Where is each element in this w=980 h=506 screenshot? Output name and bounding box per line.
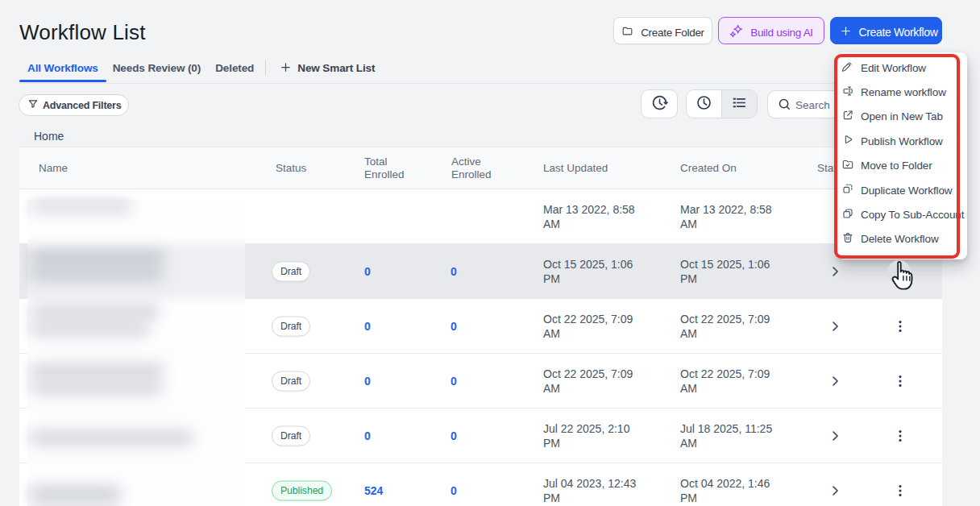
folder-icon: [621, 25, 633, 37]
workflow-list-page: Workflow List Create Folder Build using …: [0, 0, 980, 506]
menu-item-duplicate-workflow[interactable]: Duplicate Workflow: [837, 178, 967, 202]
created-on-cell: Oct 15 2025, 1:06 PM: [680, 257, 786, 286]
expand-chevron-icon[interactable]: [828, 375, 841, 388]
table-row[interactable]: Draft00Oct 15 2025, 1:06 PMOct 15 2025, …: [19, 244, 942, 299]
created-on-cell: Jul 18 2025, 11:25 AM: [680, 421, 786, 450]
status-badge: Draft: [272, 261, 310, 281]
open-new-tab-icon: [841, 109, 854, 125]
execution-logs-button[interactable]: [641, 89, 678, 118]
column-header-status: Status: [276, 162, 306, 175]
menu-item-edit-workflow[interactable]: Edit Workflow: [837, 56, 967, 80]
status-badge: Published: [272, 480, 332, 500]
menu-item-open-in-new-tab[interactable]: Open in New Tab: [837, 105, 967, 129]
tab-deleted[interactable]: Deleted: [207, 60, 262, 83]
table-header: Name Status Total Enrolled Active Enroll…: [19, 147, 942, 189]
last-updated-cell: Oct 22 2025, 7:09 AM: [543, 367, 649, 396]
expand-chevron-icon[interactable]: [828, 320, 841, 333]
edit-icon: [841, 60, 854, 76]
total-enrolled-link[interactable]: 0: [364, 265, 371, 278]
status-badge: Draft: [272, 371, 310, 391]
column-header-created-on: Created On: [680, 162, 737, 175]
new-smart-list-button[interactable]: New Smart List: [280, 60, 375, 77]
last-updated-cell: Oct 22 2025, 7:09 AM: [543, 312, 649, 341]
menu-item-label: Open in New Tab: [861, 110, 943, 122]
row-actions-kebab[interactable]: [891, 317, 910, 336]
menu-item-copy-to-sub-account[interactable]: Copy To Sub-Account: [837, 202, 967, 226]
sparkles-icon: [729, 24, 743, 38]
tab-all-workflows[interactable]: All Workflows: [19, 60, 106, 83]
plus-icon: [280, 61, 292, 76]
total-enrolled-link[interactable]: 0: [364, 375, 371, 388]
search-icon: [779, 98, 791, 110]
menu-item-label: Delete Workflow: [861, 233, 939, 245]
menu-item-label: Move to Folder: [861, 160, 932, 172]
create-folder-button[interactable]: Create Folder: [613, 17, 712, 44]
create-workflow-button[interactable]: Create Workflow: [830, 17, 942, 44]
workflow-table: Name Status Total Enrolled Active Enroll…: [19, 147, 942, 506]
last-updated-cell: Mar 13 2022, 8:58 AM: [543, 202, 649, 231]
total-enrolled-link[interactable]: 0: [364, 320, 371, 333]
column-header-total-enrolled: Total Enrolled: [364, 156, 414, 181]
status-badge: Draft: [272, 425, 310, 446]
active-enrolled-link[interactable]: 0: [451, 429, 457, 442]
created-on-cell: Mar 13 2022, 8:58 AM: [680, 202, 786, 231]
total-enrolled-link[interactable]: 0: [364, 429, 371, 442]
expand-chevron-icon[interactable]: [828, 484, 841, 497]
breadcrumb[interactable]: Home: [34, 130, 64, 143]
expand-chevron-icon[interactable]: [828, 265, 841, 278]
workflow-name-redacted: [19, 354, 942, 408]
create-workflow-label: Create Workflow: [859, 26, 938, 39]
publish-icon: [841, 133, 854, 149]
table-row[interactable]: Published5240Jul 04 2023, 12:43 PMOct 04…: [19, 463, 942, 506]
build-using-ai-button[interactable]: Build using AI: [718, 17, 824, 44]
table-row[interactable]: Draft00Oct 22 2025, 7:09 AMOct 22 2025, …: [19, 299, 942, 354]
build-using-ai-label: Build using AI: [750, 27, 813, 39]
last-updated-cell: Oct 15 2025, 1:06 PM: [543, 257, 649, 286]
workflow-name-redacted: [19, 463, 942, 506]
menu-item-label: Edit Workflow: [861, 62, 926, 74]
active-enrolled-link[interactable]: 0: [451, 484, 457, 497]
row-actions-kebab[interactable]: [891, 481, 910, 500]
menu-item-label: Rename workflow: [861, 86, 946, 98]
context-menu: Edit WorkflowRename workflowOpen in New …: [837, 52, 967, 259]
menu-item-publish-workflow[interactable]: Publish Workflow: [837, 129, 967, 153]
active-enrolled-link[interactable]: 0: [451, 320, 457, 333]
tabs-divider: [265, 60, 266, 75]
tab-needs-review[interactable]: Needs Review (0): [105, 60, 209, 83]
history-view-button[interactable]: [687, 90, 721, 118]
trash-icon: [841, 231, 854, 247]
view-toggle: [686, 89, 758, 118]
table-row[interactable]: Draft00Jul 22 2025, 2:10 PMJul 18 2025, …: [19, 409, 942, 463]
active-enrolled-link[interactable]: 0: [451, 265, 457, 278]
advanced-filters-label: Advanced Filters: [43, 100, 122, 111]
workflow-name-redacted: [19, 244, 942, 298]
kebab-hover-circle: [887, 260, 911, 284]
tabs-bar: All Workflows Needs Review (0) Deleted N…: [19, 60, 375, 84]
new-smart-list-label: New Smart List: [297, 62, 375, 74]
created-on-cell: Oct 04 2022, 1:46 PM: [680, 476, 786, 505]
expand-chevron-icon[interactable]: [828, 429, 841, 442]
create-folder-label: Create Folder: [641, 27, 704, 39]
move-to-folder-icon: [841, 158, 854, 174]
menu-item-move-to-folder[interactable]: Move to Folder: [837, 154, 967, 178]
menu-item-label: Copy To Sub-Account: [861, 209, 964, 221]
menu-item-delete-workflow[interactable]: Delete Workflow: [837, 227, 967, 251]
duplicate-icon: [841, 182, 854, 198]
menu-item-rename-workflow[interactable]: Rename workflow: [837, 80, 967, 104]
row-actions-kebab[interactable]: [891, 426, 910, 446]
last-updated-cell: Jul 04 2023, 12:43 PM: [543, 476, 649, 505]
table-body: Mar 13 2022, 8:58 AMMar 13 2022, 8:58 AM…: [19, 189, 942, 506]
funnel-icon: [27, 98, 39, 112]
menu-item-label: Publish Workflow: [861, 135, 943, 147]
list-view-button[interactable]: [721, 90, 757, 118]
total-enrolled-link[interactable]: 524: [364, 484, 383, 497]
column-header-name: Name: [39, 162, 68, 175]
column-header-active-enrolled: Active Enrolled: [451, 156, 501, 181]
clock-icon: [696, 94, 712, 114]
table-row[interactable]: Mar 13 2022, 8:58 AMMar 13 2022, 8:58 AM: [19, 189, 942, 244]
created-on-cell: Oct 22 2025, 7:09 AM: [680, 312, 786, 341]
active-enrolled-link[interactable]: 0: [451, 375, 457, 388]
table-row[interactable]: Draft00Oct 22 2025, 7:09 AMOct 22 2025, …: [19, 354, 942, 409]
row-actions-kebab[interactable]: [891, 371, 910, 391]
advanced-filters-button[interactable]: Advanced Filters: [19, 94, 129, 116]
